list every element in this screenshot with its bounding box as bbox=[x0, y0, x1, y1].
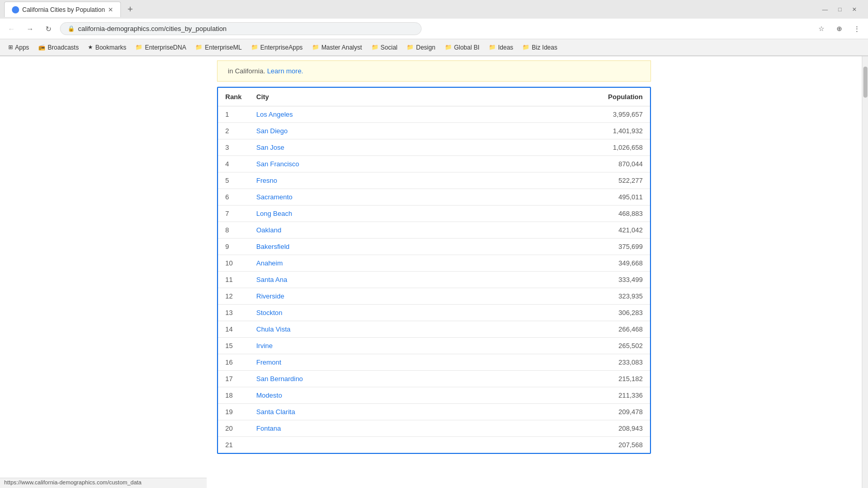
city-link[interactable]: Chula Vista bbox=[256, 325, 290, 333]
city-cell: Sacramento bbox=[249, 189, 471, 206]
bookmark-enterpriseapps[interactable]: 📁 EnterpriseApps bbox=[247, 42, 307, 53]
bookmark-enterpriseml-label: EnterpriseML bbox=[205, 44, 241, 51]
table-row: 13Stockton306,283 bbox=[218, 305, 650, 321]
city-link[interactable]: Riverside bbox=[256, 292, 284, 300]
population-header: Population bbox=[471, 88, 650, 106]
bookmark-design[interactable]: 📁 Design bbox=[402, 42, 439, 53]
apps-icon: ⊞ bbox=[8, 44, 13, 51]
table-row: 6Sacramento495,011 bbox=[218, 189, 650, 206]
city-cell: Riverside bbox=[249, 288, 471, 305]
bookmark-broadcasts-label: Broadcasts bbox=[48, 44, 79, 51]
rank-cell: 12 bbox=[218, 288, 249, 305]
bookmark-masteranalyst[interactable]: 📁 Master Analyst bbox=[308, 42, 366, 53]
active-tab[interactable]: California Cities by Population ✕ bbox=[4, 2, 121, 17]
back-button[interactable]: ← bbox=[4, 22, 19, 36]
banner: in California. Learn more. bbox=[217, 60, 651, 82]
table-row: 15Irvine265,502 bbox=[218, 338, 650, 354]
rank-cell: 5 bbox=[218, 172, 249, 189]
table-row: 14Chula Vista266,468 bbox=[218, 321, 650, 338]
city-link[interactable]: Santa Clarita bbox=[256, 408, 295, 416]
refresh-button[interactable]: ↻ bbox=[41, 22, 56, 36]
population-cell: 265,502 bbox=[471, 338, 650, 354]
table-row: 9Bakersfield375,699 bbox=[218, 239, 650, 255]
city-cell: Santa Clarita bbox=[249, 404, 471, 420]
bookmark-bookmarks[interactable]: ★ Bookmarks bbox=[84, 42, 130, 53]
window-controls: — □ ✕ bbox=[819, 5, 864, 14]
folder-icon-9: 📁 bbox=[522, 44, 530, 51]
city-cell: San Bernardino bbox=[249, 371, 471, 387]
address-bar[interactable]: 🔒 california-demographics.com/cities_by_… bbox=[60, 22, 422, 35]
population-cell-partial: 207,568 bbox=[471, 437, 650, 453]
page-content: in California. Learn more. Rank City Pop… bbox=[0, 56, 868, 488]
address-bar-row: ← → ↻ 🔒 california-demographics.com/citi… bbox=[0, 19, 868, 39]
city-link[interactable]: Fremont bbox=[256, 358, 281, 366]
scrollbar[interactable] bbox=[862, 56, 868, 488]
city-cell: Santa Ana bbox=[249, 272, 471, 288]
forward-button[interactable]: → bbox=[23, 22, 37, 36]
table-row-partial: 21207,568 bbox=[218, 437, 650, 453]
star-icon[interactable]: ☆ bbox=[814, 22, 829, 36]
new-tab-button[interactable]: + bbox=[123, 2, 137, 17]
population-cell: 266,468 bbox=[471, 321, 650, 338]
tab-close-button[interactable]: ✕ bbox=[108, 6, 113, 13]
city-link[interactable]: San Diego bbox=[256, 127, 288, 135]
city-cell: Fresno bbox=[249, 172, 471, 189]
bookmark-broadcasts[interactable]: 📻 Broadcasts bbox=[34, 42, 83, 53]
table-row: 11Santa Ana333,499 bbox=[218, 272, 650, 288]
folder-icon-8: 📁 bbox=[489, 44, 496, 51]
settings-icon[interactable]: ⋮ bbox=[849, 22, 864, 36]
city-link[interactable]: Santa Ana bbox=[256, 276, 287, 284]
rank-cell: 7 bbox=[218, 206, 249, 222]
banner-text: in California. bbox=[228, 67, 265, 75]
table-row: 4San Francisco870,044 bbox=[218, 156, 650, 172]
bookmark-enterpriseml[interactable]: 📁 EnterpriseML bbox=[191, 42, 245, 53]
city-link[interactable]: Oakland bbox=[256, 226, 281, 234]
extension-icon[interactable]: ⊕ bbox=[832, 22, 846, 36]
city-link[interactable]: Los Angeles bbox=[256, 111, 293, 118]
bookmark-enterpriseapps-label: EnterpriseApps bbox=[260, 44, 303, 51]
city-link[interactable]: San Jose bbox=[256, 144, 284, 151]
table-row: 19Santa Clarita209,478 bbox=[218, 404, 650, 420]
table-header-row: Rank City Population bbox=[218, 88, 650, 106]
table-row: 3San Jose1,026,658 bbox=[218, 139, 650, 156]
city-link[interactable]: Fresno bbox=[256, 177, 277, 184]
close-button[interactable]: ✕ bbox=[849, 5, 860, 14]
city-link[interactable]: Anaheim bbox=[256, 259, 283, 267]
city-link[interactable]: Fontana bbox=[256, 424, 281, 432]
restore-button[interactable]: □ bbox=[835, 5, 845, 13]
population-cell: 211,336 bbox=[471, 387, 650, 404]
rank-cell: 19 bbox=[218, 404, 249, 420]
table-row: 16Fremont233,083 bbox=[218, 354, 650, 371]
city-link[interactable]: Bakersfield bbox=[256, 243, 289, 250]
scrollbar-thumb[interactable] bbox=[863, 67, 867, 98]
bookmark-ideas[interactable]: 📁 Ideas bbox=[485, 42, 517, 53]
table-row: 18Modesto211,336 bbox=[218, 387, 650, 404]
city-link[interactable]: San Bernardino bbox=[256, 375, 303, 383]
bookmark-bizideas[interactable]: 📁 Biz Ideas bbox=[518, 42, 561, 53]
bookmark-social[interactable]: 📁 Social bbox=[367, 42, 402, 53]
bookmark-globalbi[interactable]: 📁 Global BI bbox=[441, 42, 484, 53]
city-link[interactable]: San Francisco bbox=[256, 160, 299, 168]
city-link[interactable]: Irvine bbox=[256, 342, 273, 350]
city-cell: Anaheim bbox=[249, 255, 471, 272]
rank-cell: 17 bbox=[218, 371, 249, 387]
tab-bar: California Cities by Population ✕ + — □ … bbox=[0, 0, 868, 19]
city-link[interactable]: Stockton bbox=[256, 309, 283, 317]
population-cell: 870,044 bbox=[471, 156, 650, 172]
rank-cell: 4 bbox=[218, 156, 249, 172]
rank-cell: 11 bbox=[218, 272, 249, 288]
city-link[interactable]: Long Beach bbox=[256, 210, 292, 217]
bookmark-enterprisedna[interactable]: 📁 EnterpriseDNA bbox=[131, 42, 190, 53]
population-cell: 349,668 bbox=[471, 255, 650, 272]
city-link[interactable]: Sacramento bbox=[256, 193, 292, 201]
bookmark-apps[interactable]: ⊞ Apps bbox=[4, 42, 33, 53]
learn-more-link[interactable]: Learn more. bbox=[267, 67, 303, 75]
folder-icon-3: 📁 bbox=[251, 44, 258, 51]
city-link[interactable]: Modesto bbox=[256, 391, 282, 399]
browser-chrome: California Cities by Population ✕ + — □ … bbox=[0, 0, 868, 56]
rank-cell: 20 bbox=[218, 420, 249, 437]
minimize-button[interactable]: — bbox=[819, 5, 831, 13]
city-cell: Long Beach bbox=[249, 206, 471, 222]
table-body: 1Los Angeles3,959,6572San Diego1,401,932… bbox=[218, 106, 650, 453]
table-row: 10Anaheim349,668 bbox=[218, 255, 650, 272]
